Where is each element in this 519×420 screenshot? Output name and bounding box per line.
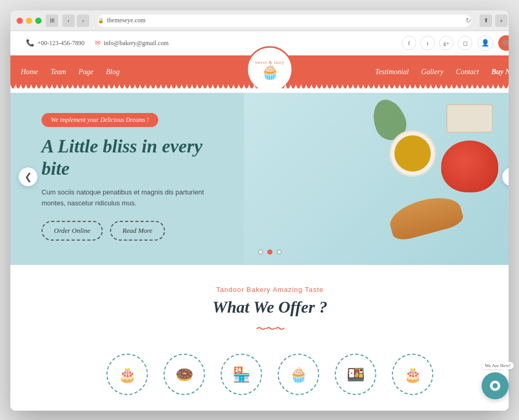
offer-subtitle: Tandoor Bakery Amazing Taste: [21, 286, 509, 293]
hero-buttons: Order Online Read More: [42, 221, 228, 241]
offer-item-cupcakes: 🧁: [278, 354, 319, 395]
sidebar-toggle[interactable]: ⊞: [46, 15, 58, 27]
facebook-icon[interactable]: f: [402, 36, 416, 50]
phone-number: +00-123-456-7890: [37, 39, 85, 47]
hero-background: [244, 89, 509, 265]
close-button[interactable]: [17, 18, 23, 24]
nav-team[interactable]: Team: [50, 68, 66, 76]
user-account-icon[interactable]: 👤: [477, 35, 493, 51]
bowl-liquid: [394, 135, 431, 172]
slider-prev-arrow[interactable]: ❮: [19, 167, 37, 186]
phone-icon: 📞: [26, 39, 34, 47]
birthday-icon[interactable]: 🎂: [392, 354, 433, 395]
donuts-icon[interactable]: 🍩: [163, 354, 205, 395]
back-button[interactable]: ‹: [62, 15, 75, 27]
sticky-button-container: We Are Here!: [482, 372, 509, 399]
nav-right: Testimonial Gallery Contact Buy Now: [375, 68, 509, 76]
new-tab-button[interactable]: +: [495, 15, 508, 27]
browser-actions: ⬆ + ⊞: [480, 15, 509, 27]
offer-icons-row: 🎂 🍩 🏪 🧁 🍱 🎂: [21, 348, 509, 395]
traffic-lights: [17, 18, 42, 24]
email-address: info@bakery@gmail.com: [104, 39, 169, 47]
offer-section: Tandoor Bakery Amazing Taste What We Off…: [10, 265, 509, 411]
slider-dot-3[interactable]: [277, 249, 282, 255]
nav-home[interactable]: Home: [21, 68, 38, 76]
minimize-button[interactable]: [26, 18, 32, 24]
cakes-icon[interactable]: 🎂: [106, 354, 148, 395]
offer-item-boxes: 🍱: [335, 354, 376, 395]
slider-dot-2[interactable]: [267, 249, 272, 255]
nav-contact[interactable]: Contact: [456, 68, 479, 76]
bakery-icon[interactable]: 🏪: [221, 354, 262, 395]
slider-dots: [258, 249, 282, 255]
food-box: [446, 104, 493, 133]
hero-section: We implement your Delicious Dreams ! A L…: [10, 89, 509, 265]
address-bar[interactable]: 🔒 themeseye.com ↻: [98, 15, 471, 27]
nav-left: Home Team Page Blog: [21, 68, 119, 76]
url-text: themeseye.com: [107, 17, 145, 24]
cupcakes-icon[interactable]: 🧁: [278, 354, 319, 395]
email-icon: ✉: [95, 39, 101, 47]
hero-title: A Little bliss in every bite: [42, 135, 228, 180]
order-online-button[interactable]: Order Online: [42, 221, 103, 241]
nav-testimonial[interactable]: Testimonial: [375, 68, 409, 76]
maximize-button[interactable]: [35, 18, 42, 24]
offer-item-donuts: 🍩: [163, 354, 205, 395]
contact-info: 📞 +00-123-456-7890 ✉ info@bakery@gmail.c…: [26, 39, 169, 47]
cart-icon[interactable]: 🛒 0: [498, 35, 509, 51]
nav-blog[interactable]: Blog: [106, 68, 119, 76]
browser-chrome: ⊞ ‹ › 🔒 themeseye.com ↻ ⬆ + ⊞: [10, 10, 509, 31]
boxes-icon[interactable]: 🍱: [335, 354, 376, 395]
offer-divider: 〜〜〜: [21, 322, 509, 336]
mac-window: ⊞ ‹ › 🔒 themeseye.com ↻ ⬆ + ⊞: [10, 10, 509, 411]
logo-circle: sweet & tasty 🧁: [247, 46, 293, 93]
nav-buynow[interactable]: Buy Now: [491, 68, 509, 76]
we-are-here-label: We Are Here!: [482, 362, 509, 369]
page-background: ⊞ ‹ › 🔒 themeseye.com ↻ ⬆ + ⊞: [0, 0, 519, 420]
nav-page[interactable]: Page: [78, 68, 93, 76]
hero-description: Cum sociis natoque penatibus et magnis d…: [42, 187, 228, 209]
slider-dot-1[interactable]: [258, 249, 263, 255]
social-icons: f t g+ ◻: [402, 36, 472, 50]
squiggle-decoration: 〜〜〜: [256, 322, 284, 336]
bowl-item: [389, 130, 436, 177]
offer-item-bakery: 🏪: [221, 354, 262, 395]
instagram-icon[interactable]: ◻: [458, 36, 472, 50]
nav-arrows: ‹ ›: [62, 15, 89, 27]
nav-bar: Home Team Page Blog sweet & tasty 🧁 ✦ BA…: [10, 55, 509, 89]
phone-contact: 📞 +00-123-456-7890: [26, 39, 85, 47]
twitter-icon[interactable]: t: [420, 36, 435, 50]
tomato-item: [441, 141, 498, 192]
hero-content: We implement your Delicious Dreams ! A L…: [10, 92, 260, 262]
read-more-button[interactable]: Read More: [110, 221, 165, 241]
hero-badge: We implement your Delicious Dreams !: [42, 113, 158, 127]
share-button[interactable]: ⬆: [480, 15, 492, 27]
offer-title: What We Offer ?: [21, 298, 509, 317]
forward-button[interactable]: ›: [77, 15, 89, 27]
here-dot: [490, 381, 500, 391]
email-contact: ✉ info@bakery@gmail.com: [95, 39, 169, 47]
lock-icon: 🔒: [98, 18, 104, 23]
we-are-here-button[interactable]: We Are Here!: [482, 372, 509, 399]
here-dot-inner: [493, 383, 498, 388]
offer-item-cakes: 🎂: [106, 354, 148, 395]
offer-item-birthday: 🎂: [392, 354, 433, 395]
nav-gallery[interactable]: Gallery: [421, 68, 444, 76]
refresh-icon[interactable]: ↻: [466, 17, 471, 25]
logo-cupcake-icon: 🧁: [261, 65, 279, 79]
googleplus-icon[interactable]: g+: [439, 36, 454, 50]
bread-item: [386, 191, 465, 243]
website: 📞 +00-123-456-7890 ✉ info@bakery@gmail.c…: [10, 31, 509, 411]
